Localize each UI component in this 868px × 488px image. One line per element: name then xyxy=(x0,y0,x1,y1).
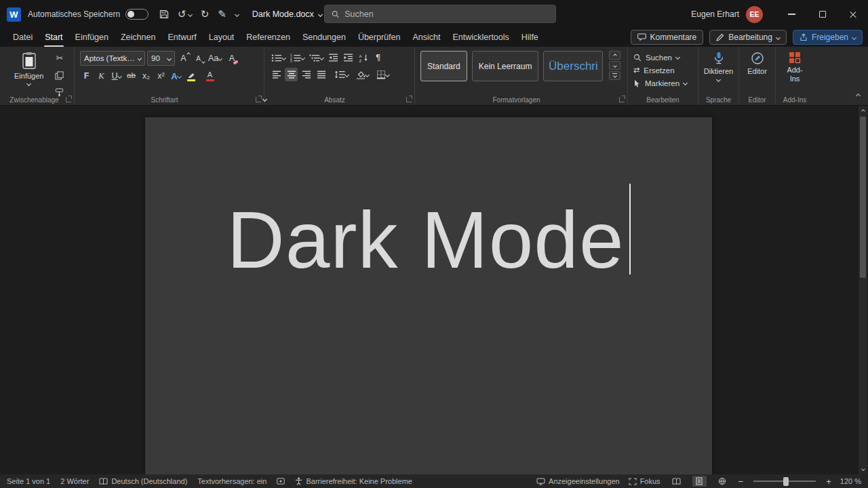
autosave-toggle[interactable] xyxy=(125,9,149,20)
macro-record-button[interactable] xyxy=(277,478,285,485)
replace-button[interactable]: ⇄ Ersetzen xyxy=(633,64,692,77)
close-button[interactable] xyxy=(837,0,868,28)
minimize-button[interactable] xyxy=(776,0,807,28)
accessibility-status[interactable]: Barrierefreiheit: Keine Probleme xyxy=(295,477,412,485)
tab-zeichnen[interactable]: Zeichnen xyxy=(115,28,161,47)
shrink-font-button[interactable]: A xyxy=(192,52,205,65)
numbering-button[interactable]: 123 xyxy=(289,51,306,64)
styles-gallery-more-button[interactable] xyxy=(609,71,620,80)
styles-dialog-launcher[interactable] xyxy=(619,97,625,102)
tab-sendungen[interactable]: Sendungen xyxy=(296,28,352,47)
tab-layout[interactable]: Layout xyxy=(203,28,241,47)
text-effects-button[interactable]: A xyxy=(170,69,182,83)
sort-button[interactable]: AZ xyxy=(357,51,370,64)
focus-button[interactable]: Fokus xyxy=(629,477,660,485)
italic-button[interactable]: K xyxy=(95,69,108,83)
find-button[interactable]: Suchen xyxy=(633,51,692,64)
share-button[interactable]: Freigeben xyxy=(793,30,863,45)
vertical-scrollbar[interactable] xyxy=(859,106,867,474)
multilevel-list-button[interactable] xyxy=(308,51,325,64)
borders-button[interactable] xyxy=(375,68,391,81)
customize-quick-access-chevron[interactable] xyxy=(235,12,239,16)
addins-button[interactable]: Add-Ins xyxy=(781,51,808,83)
dictate-button[interactable]: Diktieren xyxy=(704,51,733,82)
zoom-out-button[interactable]: − xyxy=(738,477,744,486)
editor-button[interactable]: Editor xyxy=(745,51,770,77)
increase-indent-button[interactable] xyxy=(342,51,355,64)
tab-ansicht[interactable]: Ansicht xyxy=(406,28,446,47)
cut-button[interactable]: ✂ xyxy=(53,52,66,65)
document-title[interactable]: Dark Mode.docx xyxy=(252,9,322,19)
draw-touch-button[interactable]: ✎ xyxy=(218,8,226,20)
display-settings-button[interactable]: Anzeigeeinstellungen xyxy=(536,477,620,485)
style-standard[interactable]: Standard xyxy=(420,51,467,81)
highlight-color-button[interactable] xyxy=(184,69,197,83)
styles-scroll-up-button[interactable] xyxy=(609,51,620,60)
comments-button[interactable]: Kommentare xyxy=(631,30,704,45)
bullets-button[interactable] xyxy=(270,51,287,64)
align-right-button[interactable] xyxy=(300,68,313,81)
paste-button[interactable]: Einfügen xyxy=(9,51,48,99)
document-page[interactable]: Dark Mode xyxy=(145,117,712,474)
tab-einfuegen[interactable]: Einfügen xyxy=(69,28,115,47)
web-layout-button[interactable] xyxy=(715,476,730,487)
zoom-in-button[interactable]: + xyxy=(826,477,831,486)
align-left-button[interactable] xyxy=(270,68,283,81)
save-button[interactable] xyxy=(159,9,169,19)
style-ueberschrift-1[interactable]: Überschri xyxy=(543,51,603,81)
align-center-button[interactable] xyxy=(285,68,298,81)
clear-formatting-button[interactable]: A xyxy=(225,52,238,65)
language-indicator[interactable]: Deutsch (Deutschland) xyxy=(99,477,187,485)
tab-entwurf[interactable]: Entwurf xyxy=(161,28,202,47)
strikethrough-button[interactable]: ab xyxy=(125,69,138,83)
search-input[interactable] xyxy=(344,9,549,19)
bold-button[interactable]: F xyxy=(80,69,93,83)
scroll-up-button[interactable] xyxy=(859,106,867,116)
tab-entwicklertools[interactable]: Entwicklertools xyxy=(446,28,515,47)
undo-button[interactable]: ↺ xyxy=(178,8,192,20)
collapse-ribbon-button[interactable] xyxy=(856,89,860,102)
grow-font-button[interactable]: A xyxy=(177,52,190,65)
justify-button[interactable] xyxy=(315,68,328,81)
tab-hilfe[interactable]: Hilfe xyxy=(515,28,545,47)
zoom-slider-thumb[interactable] xyxy=(783,477,789,486)
style-kein-leerraum[interactable]: Kein Leerraum xyxy=(472,51,539,81)
word-logo-icon[interactable]: W xyxy=(7,7,21,22)
search-box[interactable] xyxy=(324,5,556,23)
tab-start[interactable]: Start xyxy=(39,28,68,47)
styles-scroll-down-button[interactable] xyxy=(609,61,620,70)
read-mode-button[interactable] xyxy=(669,476,684,487)
pilcrow-button[interactable]: ¶ xyxy=(372,51,384,64)
zoom-level[interactable]: 120 % xyxy=(840,477,861,485)
font-color-button[interactable]: A xyxy=(203,69,216,83)
shading-button[interactable] xyxy=(355,68,370,81)
decrease-indent-button[interactable] xyxy=(327,51,340,64)
copy-button[interactable] xyxy=(53,68,66,82)
scroll-down-button[interactable] xyxy=(859,464,867,474)
word-count[interactable]: 2 Wörter xyxy=(60,477,89,485)
scrollbar-thumb[interactable] xyxy=(860,117,866,278)
tab-ueberpruefen[interactable]: Überprüfen xyxy=(352,28,407,47)
select-button[interactable]: Markieren xyxy=(633,77,692,89)
underline-button[interactable]: U xyxy=(110,69,123,83)
editing-mode-button[interactable]: Bearbeitung xyxy=(709,30,787,45)
zoom-slider[interactable] xyxy=(753,481,816,482)
page-indicator[interactable]: Seite 1 von 1 xyxy=(7,477,50,485)
font-size-select[interactable]: 90 xyxy=(147,51,175,66)
text-predictions[interactable]: Textvorhersagen: ein xyxy=(197,477,267,485)
print-layout-button[interactable] xyxy=(692,476,707,487)
paragraph-dialog-launcher[interactable] xyxy=(406,97,412,102)
clipboard-dialog-launcher[interactable] xyxy=(66,97,71,102)
subscript-button[interactable]: x₂ xyxy=(140,69,153,83)
user-name[interactable]: Eugen Erhart xyxy=(691,9,739,19)
redo-button[interactable]: ↻ xyxy=(201,8,210,20)
font-family-select[interactable]: Aptos (Textkörper) xyxy=(80,51,145,66)
maximize-button[interactable] xyxy=(807,0,837,28)
avatar[interactable]: EE xyxy=(746,6,763,23)
font-dialog-launcher[interactable] xyxy=(256,97,261,102)
change-case-button[interactable]: Aa xyxy=(207,52,223,65)
line-spacing-button[interactable] xyxy=(333,68,350,81)
superscript-button[interactable]: x² xyxy=(155,69,167,83)
tab-referenzen[interactable]: Referenzen xyxy=(240,28,296,47)
tab-datei[interactable]: Datei xyxy=(7,28,39,47)
